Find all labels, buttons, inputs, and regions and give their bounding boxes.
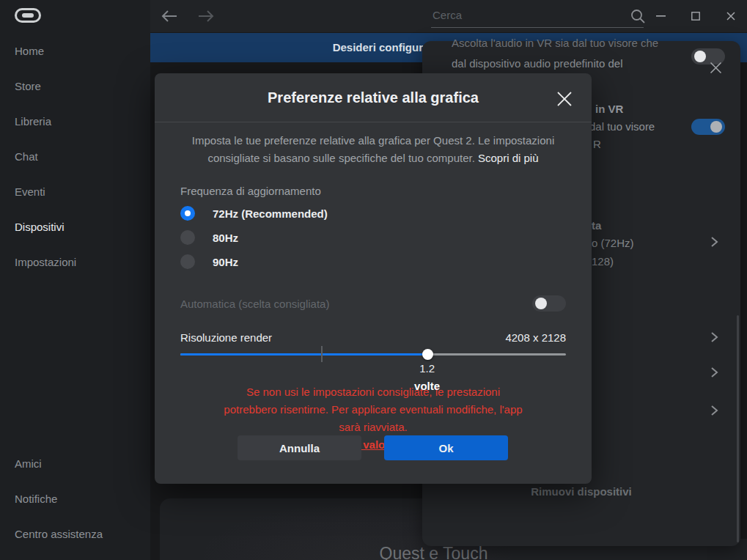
visore-toggle[interactable] [691,119,725,135]
modal-description: Imposta le tue preferenze relative alla … [177,132,570,167]
render-resolution-value: 4208 x 2128 [505,331,566,344]
sidebar-nav-bottom: Amici Notifiche Centro assistenza [0,446,150,552]
slider-value: 1.2 volte [402,362,453,392]
forward-arrow-icon[interactable] [194,5,218,27]
setting-fragment-128: 128) [592,255,614,268]
reset-defaults-link[interactable]: Reimposta i valori predefiniti [169,436,577,454]
modal-close-icon[interactable] [555,89,574,108]
auto-refresh-label: Automatica (scelta consigliata) [180,298,329,310]
warning-line2: potrebbero risentirne. Per applicare eve… [169,401,577,419]
sidebar-item-notifiche[interactable]: Notifiche [0,482,150,517]
radio-90hz-circle[interactable] [180,254,195,269]
visore-setting-fragment-r: R [593,138,601,150]
radio-90hz[interactable]: 90Hz [180,252,238,271]
render-resolution-label: Risoluzione render [180,331,272,344]
slider-fill [180,353,427,355]
remove-devices-button[interactable]: Rimuovi dispositivi [422,485,740,498]
modal-title: Preferenze relative alla grafica [155,89,592,106]
sidebar-nav: Home Store Libreria Chat Eventi Disposit… [0,34,150,280]
radio-90hz-label: 90Hz [213,256,238,268]
radio-80hz[interactable]: 80Hz [180,228,238,247]
radio-72hz-label: 72Hz (Recommended) [213,207,328,220]
radio-80hz-circle[interactable] [180,230,195,245]
titlebar: Cerca [150,0,747,32]
chevron-right-icon[interactable] [708,331,720,343]
slider-tick [321,346,323,362]
warning-line1: Se non usi le impostazioni consigliate, … [169,383,577,401]
search-input[interactable]: Cerca [433,9,462,21]
sidebar-item-eventi[interactable]: Eventi [0,174,150,210]
back-arrow-icon[interactable] [158,5,181,27]
slider-multiplier: 1.2 [402,362,453,375]
auto-refresh-toggle[interactable] [532,295,566,312]
close-window-button[interactable] [719,4,743,28]
cancel-button[interactable]: Annulla [238,435,361,460]
graphics-preferences-modal: Preferenze relative alla grafica Imposta… [155,73,592,484]
oculus-app-window: Home Store Libreria Chat Eventi Disposit… [0,0,747,560]
setting-fragment-ta: ta [592,219,601,232]
search-underline [431,27,644,28]
chevron-right-icon[interactable] [708,236,720,248]
sidebar-item-impostazioni[interactable]: Impostazioni [0,245,150,280]
warning-line3: sarà riavviata. [339,421,407,433]
minimize-button[interactable] [649,4,672,28]
device-card-title: Quest e Touch [160,544,707,560]
sidebar-item-chat[interactable]: Chat [0,139,150,174]
modal-divider [155,122,592,122]
sidebar-item-amici[interactable]: Amici [0,446,150,482]
slider-knob[interactable] [422,349,433,360]
radio-72hz[interactable]: 72Hz (Recommended) [180,204,328,223]
oculus-logo-icon [15,8,41,23]
maximize-button[interactable] [684,4,707,28]
audio-setting-text-line2: dal dispositivo audio predefinito del [452,57,623,70]
panel-close-icon[interactable] [710,62,722,74]
radio-72hz-circle[interactable] [180,206,195,221]
sidebar-item-home[interactable]: Home [0,34,150,69]
chevron-right-icon[interactable] [708,405,720,416]
sidebar-item-dispositivi[interactable]: Dispositivi [0,210,150,245]
visore-setting-fragment: dal tuo visore [589,120,655,133]
sidebar-item-store[interactable]: Store [0,69,150,104]
audio-setting-text-line1: Ascolta l'audio in VR sia dal tuo visore… [452,37,658,49]
sidebar-item-centro-assistenza[interactable]: Centro assistenza [0,517,150,552]
setup-banner-text: Desideri configur [150,33,423,62]
panel-scrollbar[interactable] [737,315,739,542]
sidebar-item-libreria[interactable]: Libreria [0,104,150,139]
sidebar: Home Store Libreria Chat Eventi Disposit… [0,0,150,560]
render-resolution-slider[interactable] [180,347,566,361]
radio-80hz-label: 80Hz [213,232,238,244]
setting-fragment-72hz: o (72Hz) [592,237,634,249]
chevron-right-icon[interactable] [708,366,720,378]
ok-button[interactable]: Ok [384,435,508,460]
refresh-rate-label: Frequenza di aggiornamento [180,185,321,197]
warning-text: Se non usi le impostazioni consigliate, … [169,383,577,454]
slider-unit: volte [402,380,453,392]
learn-more-link[interactable]: Scopri di più [478,152,539,164]
visore-setting-fragment-invr: in VR [595,103,623,115]
search-icon[interactable] [627,5,649,27]
